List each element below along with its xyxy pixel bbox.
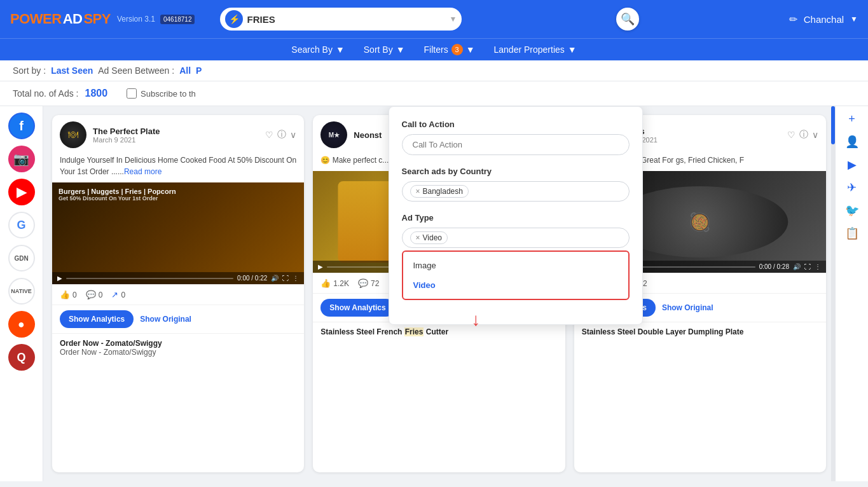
- card-1-video: Burgers | Nuggets | Fries | Popcorn Get …: [52, 182, 304, 284]
- card-3-like-btn[interactable]: ♡: [787, 130, 796, 140]
- card-2-highlighted-keyword: Fries: [404, 327, 424, 336]
- nav-search-by[interactable]: Search By ▼: [291, 45, 344, 55]
- sidebar-item-gdn[interactable]: GDN: [8, 245, 35, 271]
- sidebar-item-facebook[interactable]: f: [8, 113, 35, 139]
- ad-type-search-input[interactable]: [451, 233, 621, 243]
- card-1-play-icon[interactable]: ▶: [57, 275, 62, 282]
- country-tag-remove[interactable]: ×: [416, 187, 420, 196]
- subscribe-label: Subscribe to th: [141, 89, 196, 99]
- card-1-like-btn[interactable]: ♡: [265, 130, 273, 140]
- sidebar-item-google[interactable]: G: [8, 212, 35, 238]
- card-3-more-icon[interactable]: ⋮: [815, 263, 821, 270]
- card-1-more-icon[interactable]: ⋮: [293, 275, 299, 282]
- card-1-info-btn[interactable]: ⓘ: [277, 129, 286, 141]
- ad-type-options-dropdown: Image Video: [402, 250, 630, 300]
- card-1-fullscreen-icon[interactable]: ⛶: [282, 275, 289, 282]
- card-1-comments-count: 0: [99, 291, 103, 299]
- sidebar-item-reddit[interactable]: ●: [8, 311, 35, 338]
- sidebar-item-youtube[interactable]: ▶: [8, 179, 35, 205]
- nav-filters-label: Filters: [424, 45, 448, 55]
- card-1-video-sub: Get 50% Discount On Your 1st Order: [59, 195, 176, 202]
- nav-sort-by[interactable]: Sort By ▼: [364, 45, 405, 55]
- rs-copy-icon[interactable]: 📋: [845, 226, 859, 240]
- bolt-icon: ⚡: [225, 10, 243, 28]
- card-2-comments-count: 72: [371, 279, 379, 288]
- ad-type-tag-remove[interactable]: ×: [416, 233, 420, 242]
- total-ads-count: 1800: [85, 88, 108, 99]
- card-1-buttons: Show Analytics Show Original: [52, 305, 304, 333]
- sort-value: Last Seen: [51, 65, 93, 76]
- ad-type-label: Ad Type: [402, 213, 630, 223]
- rs-telegram-icon[interactable]: ✈: [847, 181, 857, 195]
- ad-type-option-image[interactable]: Image: [403, 256, 628, 275]
- card-1-share-icon: ↗: [111, 290, 118, 299]
- card-1-video-thumbnail: Burgers | Nuggets | Fries | Popcorn Get …: [52, 182, 304, 284]
- left-sidebar: f 📷 ▶ G GDN NATIVE ● Q: [0, 106, 43, 481]
- card-1-read-more[interactable]: Read more: [124, 167, 162, 176]
- scrollbar-track[interactable]: [831, 106, 835, 481]
- card-3-original-button[interactable]: Show Original: [662, 303, 713, 312]
- card-3-fullscreen-icon[interactable]: ⛶: [804, 263, 811, 270]
- country-section: Search ads by Country × Bangladesh: [402, 167, 630, 202]
- card-1-likes-count: 0: [72, 291, 77, 299]
- card-1-date: March 9 2021: [93, 136, 259, 144]
- ad-type-section: Ad Type × Video Image Video: [402, 213, 630, 300]
- search-input[interactable]: [247, 14, 445, 25]
- card-1-volume-icon[interactable]: 🔊: [271, 275, 279, 282]
- card-3-expand-btn[interactable]: ∨: [812, 130, 818, 140]
- nav-filters-arrow: ▼: [466, 45, 475, 55]
- total-ads-bar: Total no. of Ads : 1800 Subscribe to th: [0, 81, 868, 106]
- total-ads-label: Total no. of Ads :: [13, 88, 79, 99]
- card-3-info-btn[interactable]: ⓘ: [799, 129, 808, 141]
- red-arrow-indicator: ↓: [472, 310, 481, 330]
- card-1-video-progress[interactable]: [66, 278, 233, 279]
- search-container: ⚡ ▼: [220, 8, 462, 31]
- user-chevron-icon[interactable]: ▼: [850, 15, 858, 24]
- rs-play-icon[interactable]: ▶: [848, 158, 857, 172]
- subscribe-checkbox[interactable]: [127, 88, 137, 99]
- country-search-input[interactable]: [472, 187, 621, 196]
- card-1-name: The Perfect Plate: [93, 127, 259, 136]
- card-1-original-button[interactable]: Show Original: [140, 315, 191, 324]
- sidebar-item-native[interactable]: NATIVE: [8, 278, 35, 305]
- card-2-footer-title: Stainless Steel French Fries Cutter: [320, 327, 557, 336]
- card-1-shares-count: 0: [121, 291, 125, 299]
- search-dropdown-arrow[interactable]: ▼: [450, 15, 457, 24]
- card-1-expand-btn[interactable]: ∨: [290, 130, 296, 140]
- call-to-action-section: Call to Action: [402, 120, 630, 155]
- card-2-play-icon[interactable]: ▶: [318, 263, 323, 270]
- card-3-footer-title: Stainless Steel Double Layer Dumpling Pl…: [582, 327, 818, 336]
- card-1-video-controls: ▶ 0:00 / 0:22 🔊 ⛶ ⋮: [52, 272, 304, 284]
- card-2-like-icon: 👍: [320, 278, 331, 288]
- card-3-volume-icon[interactable]: 🔊: [793, 263, 801, 270]
- card-2-analytics-button[interactable]: Show Analytics: [320, 299, 394, 317]
- ad-type-tag-label: Video: [423, 233, 442, 242]
- logo: POWERADSPY: [10, 11, 111, 27]
- nav-lander-label: Lander Properties: [494, 45, 565, 55]
- nav-filters[interactable]: Filters 3 ▼: [424, 44, 475, 55]
- card-1-footer-title: Order Now - Zomato/Swiggy: [60, 339, 296, 348]
- rs-add-icon[interactable]: +: [848, 113, 855, 126]
- nav-sort-by-arrow: ▼: [396, 45, 405, 55]
- card-3-video-time: 0:00 / 0:28: [759, 263, 789, 270]
- search-button[interactable]: 🔍: [616, 8, 639, 31]
- logo-spy: SPY: [83, 11, 111, 27]
- nav-search-by-label: Search By: [291, 45, 333, 55]
- country-tag-bangladesh: × Bangladesh: [410, 185, 469, 198]
- card-1-avatar: 🍽: [60, 121, 86, 148]
- rs-twitter-icon[interactable]: 🐦: [845, 203, 859, 217]
- ad-type-option-video[interactable]: Video: [403, 275, 628, 295]
- card-1-analytics-button[interactable]: Show Analytics: [60, 310, 134, 328]
- ad-type-tag-input[interactable]: × Video: [402, 228, 630, 248]
- sidebar-item-instagram[interactable]: 📷: [8, 146, 35, 172]
- call-to-action-input[interactable]: [402, 134, 630, 155]
- nav-lander-properties[interactable]: Lander Properties ▼: [494, 45, 577, 55]
- sidebar-item-quora[interactable]: Q: [8, 344, 35, 371]
- user-name: Chanchal: [804, 14, 844, 25]
- country-tag-input[interactable]: × Bangladesh: [402, 181, 630, 202]
- card-1-avatar-inner: 🍽: [60, 121, 86, 148]
- scrollbar-thumb[interactable]: [831, 106, 835, 144]
- card-1-likes-stat: 👍 0: [60, 290, 77, 299]
- nav-search-by-arrow: ▼: [336, 45, 345, 55]
- rs-user-icon[interactable]: 👤: [845, 135, 859, 149]
